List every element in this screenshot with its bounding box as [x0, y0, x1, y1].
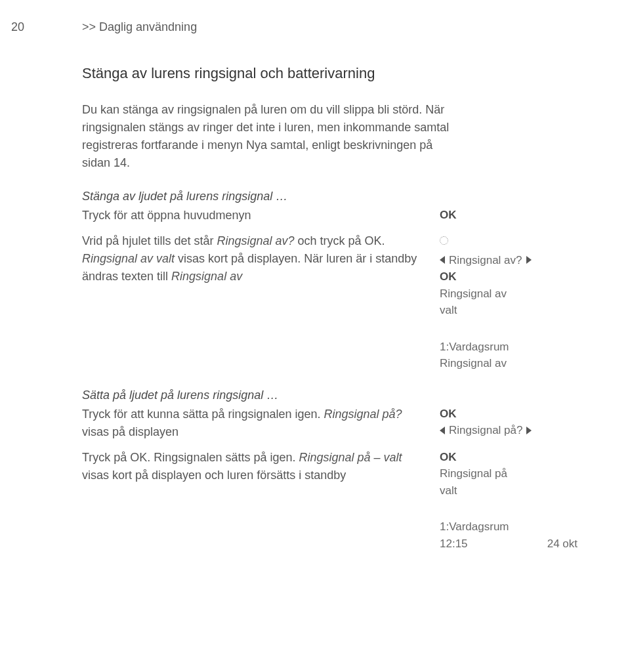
intro-paragraph: Du kan stänga av ringsignalen på luren o… — [82, 101, 450, 172]
bottom-time: 12:15 — [440, 536, 468, 553]
result-ok-4: OK — [440, 449, 578, 466]
triangle-left-icon — [440, 256, 445, 264]
subhead-on: Sätta på ljudet på lurens ringsignal … — [82, 387, 594, 404]
page-number: 20 — [11, 18, 24, 36]
nav-ringsignal-pa: Ringsignal på? — [440, 422, 578, 439]
triangle-right-icon — [526, 256, 532, 264]
result-off-block: Ringsignal av? OK Ringsignal av valt — [440, 232, 578, 319]
step-off-1: Tryck för att öppna huvudmenyn — [82, 207, 420, 224]
step-on-2: Tryck på OK. Ringsignalen sätts på igen.… — [82, 449, 420, 499]
chapter-title: >> Daglig användning — [82, 18, 197, 36]
step-on-1: Tryck för att kunna sätta på ringsignale… — [82, 406, 420, 441]
step-off-2: Vrid på hjulet tills det står Ringsignal… — [82, 232, 420, 319]
result-ok-3: OK — [440, 406, 578, 423]
nav-ringsignal-av: Ringsignal av? — [440, 252, 578, 269]
triangle-left-icon — [440, 427, 445, 434]
result-ringsignal-av: Ringsignal av — [440, 285, 578, 303]
bottom-row: 12:15 24 okt — [440, 536, 578, 553]
result-on-block-1: OK Ringsignal på? — [440, 406, 578, 441]
page-content: Stänga av lurens ringsignal och batteriv… — [82, 62, 594, 552]
heading: Stänga av lurens ringsignal och batteriv… — [82, 62, 594, 84]
bottom-display: 1:Vardagsrum 12:15 24 okt — [440, 518, 578, 552]
wheel-icon — [440, 236, 448, 245]
mid-line1: 1:Vardagsrum — [440, 339, 578, 356]
result-valt-2: valt — [440, 482, 578, 499]
bottom-date: 24 okt — [547, 536, 578, 553]
mid-line2: Ringsignal av — [440, 355, 578, 372]
result-on-block-2: OK Ringsignal på valt — [440, 449, 578, 499]
subhead-off: Stänga av ljudet på lurens ringsignal … — [82, 188, 594, 205]
result-ringsignal-pa: Ringsignal på — [440, 465, 578, 482]
result-valt-1: valt — [440, 302, 578, 319]
mid-display: 1:Vardagsrum Ringsignal av — [440, 339, 578, 372]
result-ok-1: OK — [440, 207, 578, 224]
bottom-line1: 1:Vardagsrum — [440, 518, 578, 536]
triangle-right-icon — [526, 427, 532, 434]
result-ok-2: OK — [440, 268, 578, 285]
